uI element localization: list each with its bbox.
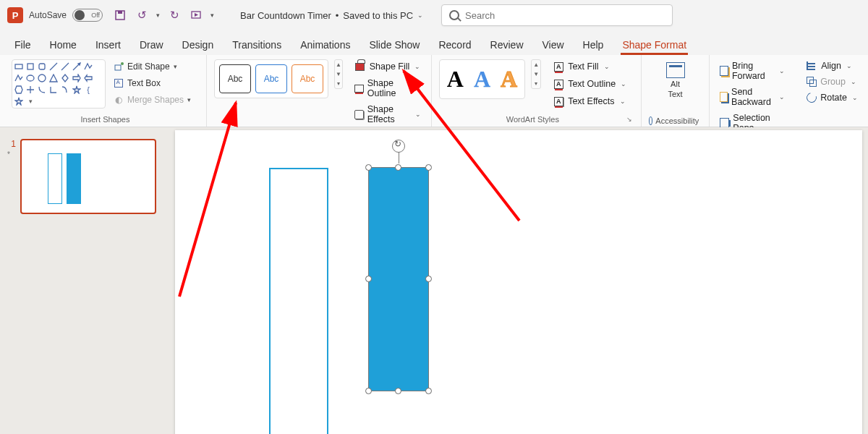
- ribbon-tabs: File Home Insert Draw Design Transitions…: [0, 30, 868, 55]
- wordart-gallery[interactable]: A A A: [439, 59, 525, 99]
- search-input[interactable]: [465, 10, 665, 21]
- align-icon: [807, 61, 817, 70]
- shape-effects-icon: [354, 109, 364, 120]
- resize-handle[interactable]: [365, 388, 372, 394]
- undo-dropdown-icon[interactable]: ▾: [156, 12, 160, 19]
- text-fill-button[interactable]: AText Fill⌄: [550, 59, 629, 74]
- slide-canvas[interactable]: [168, 127, 868, 434]
- wordart-gallery-scroll[interactable]: ▲▼▾: [531, 59, 541, 89]
- shape-rectangle-outline[interactable]: [269, 168, 328, 434]
- thumbnail-pane[interactable]: 1 *: [0, 127, 168, 434]
- text-box-button[interactable]: Text Box: [110, 76, 194, 90]
- tab-view[interactable]: View: [541, 35, 566, 55]
- quick-access-toolbar: ↺ ▾ ↻ ▾: [113, 8, 214, 22]
- document-title[interactable]: Bar Countdown Timer•Saved to this PC⌄: [240, 10, 423, 21]
- title-bar: AutoSave Off ↺ ▾ ↻ ▾ Bar Countdown Timer…: [0, 0, 868, 30]
- from-beginning-icon[interactable]: [189, 8, 203, 22]
- wordart-preset-3[interactable]: A: [501, 66, 517, 93]
- group-arrange: Bring Forward ⌄ Send Backward ⌄ Selectio…: [710, 55, 868, 127]
- shape-effects-button[interactable]: Shape Effects⌄: [352, 103, 424, 126]
- qat-more-icon[interactable]: ▾: [210, 12, 214, 19]
- shape-styles-gallery[interactable]: Abc Abc Abc: [214, 59, 328, 98]
- wordart-preset-1[interactable]: A: [447, 66, 464, 93]
- alt-text-icon: [666, 62, 685, 78]
- edit-shape-button[interactable]: Edit Shape ▾: [110, 59, 194, 73]
- edit-shape-icon: [113, 61, 124, 72]
- text-outline-button[interactable]: AText Outline⌄: [550, 77, 629, 91]
- shape-fill-icon: [354, 61, 366, 72]
- tab-shape-format[interactable]: Shape Format: [621, 35, 688, 55]
- svg-rect-5: [27, 64, 33, 69]
- tab-slideshow[interactable]: Slide Show: [367, 35, 421, 55]
- redo-icon[interactable]: ↻: [167, 8, 182, 22]
- tab-help[interactable]: Help: [582, 35, 605, 55]
- group-accessibility: Alt Text Accessibility: [642, 55, 710, 127]
- resize-handle[interactable]: [425, 388, 432, 394]
- group-icon: [807, 77, 817, 87]
- slide-thumbnail-1[interactable]: [20, 139, 156, 214]
- svg-marker-15: [73, 75, 80, 82]
- svg-rect-4: [15, 64, 22, 69]
- svg-marker-3: [195, 13, 198, 17]
- autosave-label: AutoSave: [29, 10, 67, 20]
- undo-icon[interactable]: ↺: [135, 8, 149, 22]
- autosave-toggle[interactable]: Off: [72, 9, 103, 22]
- tab-design[interactable]: Design: [181, 35, 216, 55]
- send-backward-button[interactable]: Send Backward ⌄: [717, 85, 788, 109]
- tab-home[interactable]: Home: [48, 35, 78, 55]
- style-preset-3[interactable]: Abc: [292, 64, 323, 93]
- text-effects-icon: A: [553, 95, 564, 107]
- svg-line-7: [50, 63, 57, 70]
- shape-fill-button[interactable]: Shape Fill⌄: [352, 59, 424, 74]
- group-wordart-styles: A A A ▲▼▾ AText Fill⌄ AText Outline⌄ ATe…: [432, 55, 642, 127]
- svg-line-8: [61, 63, 69, 70]
- resize-handle[interactable]: [425, 164, 432, 171]
- group-label-accessibility: Accessibility: [655, 116, 699, 125]
- svg-rect-1: [118, 11, 122, 14]
- svg-marker-19: [15, 98, 22, 105]
- bring-forward-button[interactable]: Bring Forward ⌄: [717, 59, 788, 82]
- save-icon[interactable]: [113, 8, 127, 22]
- svg-point-21: [121, 62, 124, 65]
- rotate-handle[interactable]: [392, 140, 405, 153]
- svg-marker-14: [62, 75, 68, 82]
- selection-handles[interactable]: [364, 163, 433, 396]
- wordart-preset-2[interactable]: A: [474, 66, 490, 93]
- resize-handle[interactable]: [365, 164, 372, 171]
- resize-handle[interactable]: [365, 276, 372, 282]
- svg-marker-16: [85, 75, 92, 81]
- tab-file[interactable]: File: [13, 35, 33, 55]
- alt-text-button[interactable]: Alt Text: [660, 59, 691, 101]
- search-box[interactable]: [441, 4, 673, 26]
- svg-marker-13: [50, 75, 57, 82]
- gallery-scroll[interactable]: ▲▼▾: [334, 59, 343, 89]
- wordart-launcher-icon[interactable]: ↘: [626, 116, 634, 125]
- shapes-gallery[interactable]: { ▾: [12, 59, 106, 109]
- svg-point-11: [27, 75, 34, 81]
- animation-marker-icon: *: [7, 150, 16, 158]
- resize-handle[interactable]: [395, 164, 401, 171]
- shape-outline-button[interactable]: Shape Outline⌄: [352, 77, 424, 100]
- tab-review[interactable]: Review: [489, 35, 525, 55]
- tab-draw[interactable]: Draw: [138, 35, 165, 55]
- resize-handle[interactable]: [425, 276, 432, 282]
- group-shape-styles: Abc Abc Abc ▲▼▾ Shape Fill⌄ Shape Outlin…: [207, 55, 432, 127]
- tab-insert[interactable]: Insert: [94, 35, 122, 55]
- align-button[interactable]: Align ⌄: [804, 59, 861, 72]
- group-label-wordart: WordArt Styles: [439, 115, 626, 125]
- ribbon: { ▾ Edit Shape ▾ Text Box ◐Merge Shapes …: [0, 55, 868, 127]
- style-preset-1[interactable]: Abc: [219, 64, 251, 93]
- accessibility-icon: [649, 116, 653, 125]
- resize-handle[interactable]: [395, 388, 401, 394]
- style-preset-2[interactable]: Abc: [255, 64, 287, 93]
- tab-animations[interactable]: Animations: [299, 35, 352, 55]
- tab-record[interactable]: Record: [437, 35, 472, 55]
- group-label-insert-shapes: Insert Shapes: [12, 115, 199, 125]
- tab-transitions[interactable]: Transitions: [231, 35, 283, 55]
- text-effects-button[interactable]: AText Effects⌄: [550, 94, 629, 109]
- slide-number: 1: [7, 139, 16, 149]
- svg-rect-6: [39, 64, 45, 69]
- rotate-button[interactable]: Rotate ⌄: [804, 91, 861, 104]
- slide-1[interactable]: [175, 130, 862, 434]
- svg-point-12: [38, 75, 46, 82]
